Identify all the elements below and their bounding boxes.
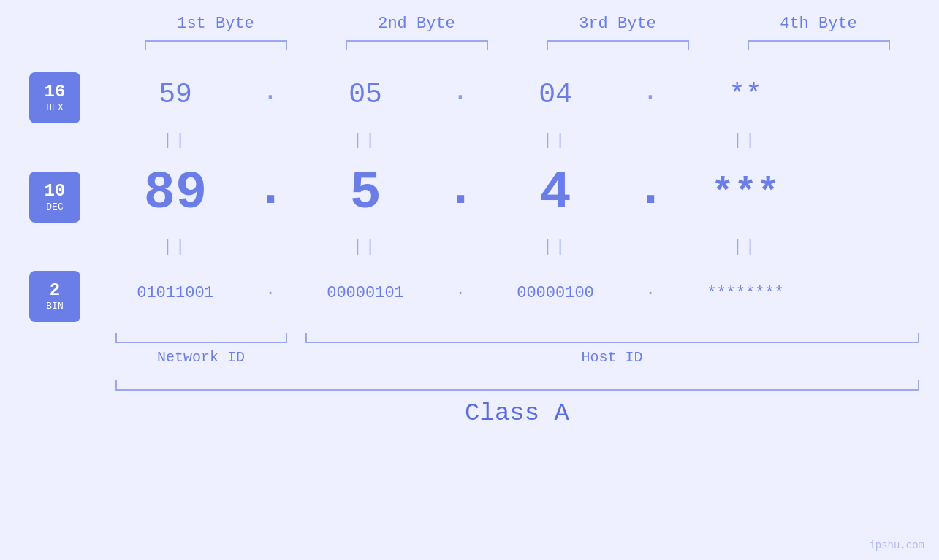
bin-d1: . [265, 281, 275, 299]
bin-badge: 2 BIN [29, 271, 80, 322]
eq1-b3: || [475, 131, 636, 150]
bracket-byte2 [346, 40, 488, 50]
class-bracket-section: Class A [115, 380, 919, 427]
dec-eq-spacer [29, 237, 95, 264]
bin-b2-value: 00000101 [327, 284, 404, 302]
badges-col: 16 HEX 10 DEC 2 BIN [0, 61, 95, 329]
bin-b4-cell: ******** [665, 284, 826, 302]
hex-d1: . [262, 76, 279, 107]
dec-row: 89 . 5 . 4 . *** [95, 153, 939, 234]
eq1-b4: || [665, 131, 826, 150]
id-labels-row: Network ID Host ID [115, 349, 919, 366]
bin-b1-cell: 01011001 [95, 284, 256, 302]
hex-d2: . [452, 76, 469, 107]
bin-b2-cell: 00000101 [285, 284, 446, 302]
id-bracket-row [115, 333, 919, 343]
bin-d1-cell: . [256, 281, 285, 305]
eq1-b1: || [95, 131, 256, 150]
bin-b3-cell: 00000100 [475, 284, 636, 302]
hex-row: 59 . 05 . 04 . ** [95, 61, 939, 127]
dec-b3-cell: 4 [475, 164, 636, 223]
byte4-header: 4th Byte [738, 15, 899, 33]
dec-b1-value: 89 [144, 164, 207, 223]
hex-b1-cell: 59 [95, 79, 256, 110]
dec-b1-cell: 89 [95, 164, 256, 223]
labels-gap [287, 349, 305, 366]
hex-d1-cell: . [256, 76, 285, 113]
eq-row-1: || || || || [95, 127, 939, 153]
bracket-byte1 [145, 40, 287, 50]
hex-d3-cell: . [636, 76, 665, 113]
dec-d2: . [444, 159, 476, 219]
byte3-header: 3rd Byte [537, 15, 698, 33]
data-rows: 59 . 05 . 04 . ** [95, 61, 939, 329]
bin-d2: . [455, 281, 465, 299]
hex-b4-value: ** [729, 79, 762, 110]
eq-row-2: || || || || [95, 234, 939, 260]
bin-badge-num: 2 [50, 281, 60, 300]
dec-badge-num: 10 [45, 182, 66, 201]
dec-b2-cell: 5 [285, 164, 446, 223]
class-bracket [115, 380, 919, 391]
hex-b2-cell: 05 [285, 79, 446, 110]
hex-d2-cell: . [446, 76, 475, 113]
bin-b1-value: 01011001 [137, 284, 214, 302]
eq2-b4: || [665, 238, 826, 256]
bin-d3-cell: . [636, 281, 665, 305]
watermark: ipshu.com [869, 540, 924, 551]
dec-b3-value: 4 [539, 164, 571, 223]
bracket-gap [287, 333, 305, 343]
bin-b4-value: ******** [707, 284, 784, 302]
hex-b4-cell: ** [665, 79, 826, 110]
network-id-label: Network ID [115, 349, 287, 366]
dec-b4-value: *** [711, 172, 780, 215]
rows-wrapper: 16 HEX 10 DEC 2 BIN [0, 61, 939, 329]
dec-b4-cell: *** [665, 172, 826, 215]
dec-d3: . [634, 159, 666, 219]
hex-d3: . [642, 76, 659, 107]
bin-row: 01011001 . 00000101 . 00000100 . [95, 260, 939, 326]
eq2-b3: || [475, 238, 636, 256]
hex-badge: 16 HEX [29, 72, 80, 123]
host-id-bracket [305, 333, 919, 343]
bracket-byte4 [748, 40, 890, 50]
eq1-b2: || [285, 131, 446, 150]
byte2-header: 2nd Byte [336, 15, 497, 33]
eq2-b1: || [95, 238, 256, 256]
byte1-header: 1st Byte [135, 15, 296, 33]
hex-badge-num: 16 [45, 83, 66, 101]
bin-badge-row: 2 BIN [29, 264, 95, 329]
main-container: 1st Byte 2nd Byte 3rd Byte 4th Byte 16 H… [0, 0, 939, 560]
hex-b3-cell: 04 [475, 79, 636, 110]
hex-b1-value: 59 [159, 79, 192, 110]
dec-badge-row: 10 DEC [29, 157, 95, 237]
hex-badge-label: HEX [46, 102, 63, 113]
network-id-bracket [115, 333, 287, 343]
hex-eq-spacer [29, 131, 95, 157]
hex-b3-value: 04 [539, 79, 572, 110]
eq2-b2: || [285, 238, 446, 256]
id-bracket-section: Network ID Host ID [115, 333, 919, 366]
bin-b3-value: 00000100 [517, 284, 594, 302]
bracket-top [115, 40, 919, 50]
bracket-byte3 [547, 40, 689, 50]
dec-d2-cell: . [446, 159, 475, 228]
byte-headers: 1st Byte 2nd Byte 3rd Byte 4th Byte [115, 15, 919, 33]
bin-d3: . [645, 281, 655, 299]
hex-b2-value: 05 [349, 79, 382, 110]
bin-d2-cell: . [446, 281, 475, 305]
class-label: Class A [115, 399, 919, 427]
host-id-label: Host ID [305, 349, 919, 366]
dec-d1: . [254, 159, 286, 219]
bin-badge-label: BIN [46, 301, 63, 312]
hex-badge-row: 16 HEX [29, 65, 95, 131]
dec-badge: 10 DEC [29, 172, 80, 223]
dec-b2-value: 5 [349, 164, 381, 223]
dec-d1-cell: . [256, 159, 285, 228]
dec-badge-label: DEC [46, 202, 63, 212]
dec-d3-cell: . [636, 159, 665, 228]
